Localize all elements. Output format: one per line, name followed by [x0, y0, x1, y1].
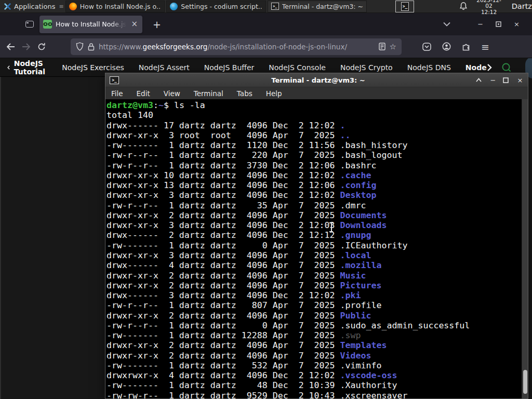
terminal-line: -rw------- 1 dartz dartz 12288 Apr 7 202… [107, 330, 521, 340]
terminal-maximize-button[interactable] [503, 77, 510, 83]
account-icon[interactable] [442, 42, 451, 51]
terminal-line: drwx------ 4 dartz dartz 4096 Apr 7 2025… [107, 260, 521, 270]
mouse-cursor-ibeam [329, 222, 334, 232]
terminal-line: drwxr-xr-x 13 dartz dartz 4096 Dec 2 12:… [107, 180, 521, 190]
app-menu-icon[interactable]: ≡ [481, 41, 489, 52]
padlock-icon[interactable] [88, 43, 95, 51]
browser-toolbar: https://www.geeksforgeeks.org/node-js/in… [0, 35, 532, 58]
terminal-line: drwx------ 2 dartz dartz 4096 Dec 2 12:1… [107, 230, 521, 240]
taskbar-item-terminal[interactable]: >_ Terminal - dartz@vm3: ~ [268, 1, 367, 12]
applications-menu-button[interactable]: Applications [0, 0, 59, 13]
workspace-pager[interactable]: >_ [395, 1, 414, 12]
terminal-window-title: Terminal - dartz@vm3: ~ [181, 76, 455, 84]
browser-close-button[interactable]: × [514, 20, 520, 28]
terminal-line: drwxr-xr-x 2 dartz dartz 4096 Apr 7 2025… [107, 311, 521, 321]
terminal-line: -rw------- 1 dartz dartz 48 Dec 2 10:39 … [107, 380, 521, 390]
firefox-icon [69, 3, 77, 10]
terminal-shade-button[interactable] [476, 78, 483, 82]
browser-tab-active[interactable]: oo How to Install Node.js on × [39, 16, 142, 33]
reload-button[interactable] [37, 43, 53, 51]
terminal-line: drwx------ 3 dartz dartz 4096 Dec 2 12:0… [107, 290, 521, 300]
url-bar[interactable]: https://www.geeksforgeeks.org/node-js/in… [71, 38, 402, 55]
terminal-scrollbar[interactable] [522, 99, 528, 398]
terminal-line: drwxr-xr-x 3 root root 4096 Apr 7 2025 .… [107, 130, 521, 140]
notification-bell-icon[interactable] [459, 2, 468, 11]
terminal-line: drwxr-xr-x 2 dartz dartz 4096 Apr 7 2025… [107, 271, 521, 281]
terminal-line: drwxr-xr-x 2 dartz dartz 4096 Apr 7 2025… [107, 281, 521, 290]
terminal-line: drwxr-xr-x 2 dartz dartz 4096 Apr 7 2025… [107, 210, 521, 220]
terminal-title-bar[interactable]: >_ Terminal - dartz@vm3: ~ − × [105, 73, 528, 87]
terminal-line: -rw------- 1 dartz dartz 532 Apr 7 2025 … [107, 361, 521, 370]
forward-button[interactable] [22, 43, 37, 50]
terminal-line: drwxr-xr-x 3 dartz dartz 4096 Dec 2 12:0… [107, 190, 521, 200]
terminal-line: -rw-r--r-- 1 dartz dartz 220 Apr 7 2025 … [107, 150, 521, 160]
site-search-icon[interactable] [501, 62, 512, 73]
distro-logo-icon [4, 3, 11, 10]
terminal-line: dartz@vm3:~$ ls -la [107, 100, 521, 110]
tracking-protection-shield-icon[interactable] [76, 42, 84, 51]
taskbar-item-firefox[interactable]: How to Install Node.js o... [65, 1, 165, 12]
menu-terminal[interactable]: Terminal [194, 89, 223, 98]
nav-item-nodejs-console[interactable]: NodeJS Console [269, 63, 326, 72]
terminal-line: -rw-r--r-- 1 dartz dartz 35 Apr 7 2025 .… [107, 201, 521, 210]
browser-tab-bar: oo How to Install Node.js on × + − × [0, 13, 532, 35]
terminal-line: total 140 [107, 110, 521, 120]
extensions-icon[interactable] [462, 43, 470, 51]
url-path: /node-js/installation-of-node-js-on-linu… [207, 43, 347, 51]
terminal-scrollbar-thumb[interactable] [523, 370, 527, 394]
nav-item-truncated[interactable]: Node [466, 63, 492, 72]
browser-minimize-button[interactable]: − [477, 20, 483, 28]
terminal-window-thumbnail-icon: >_ [401, 2, 409, 11]
panel-clock[interactable]: 2025-12-02 12:12 [473, 0, 504, 15]
new-tab-button[interactable]: + [150, 19, 164, 30]
terminal-line: -rw-r--r-- 1 dartz dartz 3730 Dec 2 12:0… [107, 161, 521, 170]
terminal-line: drwx------ 17 dartz dartz 4096 Dec 2 12:… [107, 121, 521, 130]
chevron-left-icon [7, 64, 10, 71]
codium-icon [170, 3, 178, 10]
applications-label: Applications [14, 3, 55, 10]
nav-item-nodejs-assert[interactable]: NodeJS Assert [139, 63, 190, 72]
chevron-right-icon [487, 64, 492, 71]
desktop: Applications ≡ How to Install Node.js o.… [0, 0, 532, 399]
menu-view[interactable]: View [164, 89, 180, 98]
tab-title: How to Install Node.js on [56, 20, 126, 28]
top-panel: Applications ≡ How to Install Node.js o.… [0, 0, 532, 13]
menu-file[interactable]: File [111, 89, 123, 98]
nav-item-nodejs-crypto[interactable]: NodeJS Crypto [340, 63, 393, 72]
tab-close-icon[interactable]: × [130, 20, 139, 28]
list-all-tabs-icon[interactable] [443, 22, 450, 26]
firefox-view-button[interactable] [23, 18, 36, 31]
menu-edit[interactable]: Edit [137, 89, 150, 98]
terminal-line: -rw------- 1 dartz dartz 1120 Dec 2 11:5… [107, 140, 521, 150]
bookmark-star-icon[interactable]: ☆ [390, 42, 396, 51]
terminal-app-icon: >_ [110, 76, 119, 84]
terminal-line: drwxrwxr-x 4 dartz dartz 4096 Dec 2 12:0… [107, 370, 521, 380]
terminal-line: -rw-rw-r-- 1 dartz dartz 9529 Dec 2 10:4… [107, 391, 521, 398]
browser-maximize-button[interactable] [496, 21, 501, 27]
terminal-line: drwxr-xr-x 2 dartz dartz 4096 Apr 7 2025… [107, 351, 521, 361]
back-button[interactable] [6, 43, 22, 50]
nav-item-nodejs-dns[interactable]: NodeJS DNS [407, 63, 451, 72]
terminal-line: drwxr-xr-x 3 dartz dartz 4096 Apr 7 2025… [107, 250, 521, 260]
terminal-window: >_ Terminal - dartz@vm3: ~ − × File Edit… [105, 73, 528, 399]
terminal-line: -rw-r--r-- 1 dartz dartz 0 Apr 7 2025 .s… [107, 321, 521, 330]
menu-tabs[interactable]: Tabs [237, 89, 252, 98]
nav-item-nodejs-tutorial[interactable]: NodeJS Tutorial [7, 59, 47, 76]
url-scheme: https://www. [99, 43, 143, 51]
terminal-minimize-button[interactable]: − [489, 76, 497, 84]
menu-help[interactable]: Help [266, 89, 282, 98]
taskbar-item-codium[interactable]: Settings - codium script... [166, 1, 266, 12]
url-text[interactable]: https://www.geeksforgeeks.org/node-js/in… [99, 43, 375, 51]
pocket-icon[interactable] [422, 43, 431, 51]
firefox-view-icon [25, 21, 34, 28]
terminal-line: drwxr-xr-x 2 dartz dartz 4096 Apr 7 2025… [107, 340, 521, 350]
terminal-close-button[interactable]: × [516, 76, 524, 84]
terminal-line: -rw------- 1 dartz dartz 0 Apr 7 2025 .I… [107, 241, 521, 250]
nav-item-nodejs-buffer[interactable]: NodeJS Buffer [204, 63, 255, 72]
nav-item-nodejs-exercises[interactable]: NodeJS Exercises [62, 63, 124, 72]
terminal-line: -rw-r--r-- 1 dartz dartz 807 Apr 7 2025 … [107, 300, 521, 310]
terminal-output[interactable]: dartz@vm3:~$ ls -latotal 140drwx------ 1… [107, 100, 521, 398]
session-user-menu[interactable]: Dartz [512, 2, 532, 10]
terminal-content[interactable]: dartz@vm3:~$ ls -latotal 140drwx------ 1… [105, 99, 528, 398]
reader-mode-icon[interactable] [379, 43, 385, 50]
